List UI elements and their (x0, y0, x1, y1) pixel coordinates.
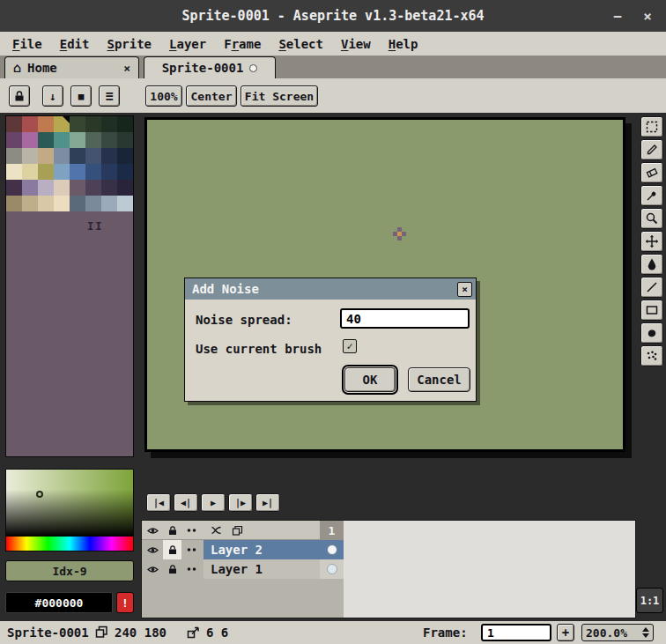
add-frame-button[interactable]: + (557, 624, 574, 641)
palette-swatch[interactable] (101, 148, 117, 164)
tool-eyedropper[interactable] (640, 185, 663, 206)
tool-rectangular-marquee[interactable] (640, 116, 663, 137)
skip-end-button[interactable]: ▶| (255, 493, 280, 512)
tool-move[interactable] (640, 231, 663, 252)
zoom-spinner-icon[interactable] (642, 627, 649, 638)
lock-button[interactable] (9, 85, 30, 107)
frame-number-header[interactable]: 1 (320, 521, 344, 540)
link-dots-header-icon[interactable] (182, 522, 201, 539)
palette-swatch[interactable] (38, 116, 54, 132)
palette-swatch[interactable] (6, 132, 22, 148)
lock-header-icon[interactable] (163, 522, 181, 539)
palette-swatch[interactable] (85, 148, 101, 164)
saturation-value-box[interactable] (6, 470, 133, 537)
palette-overflow[interactable] (6, 211, 133, 456)
layer2-name[interactable]: Layer 2 (204, 540, 320, 559)
palette-swatch[interactable] (38, 180, 54, 196)
layer1-link-dots-icon[interactable] (182, 559, 201, 579)
palette-swatch[interactable] (70, 196, 85, 211)
palette-swatch[interactable] (85, 196, 101, 211)
noise-spread-input[interactable] (340, 308, 470, 329)
onion-skin-icon[interactable] (207, 522, 226, 539)
palette-swatch[interactable] (6, 180, 22, 196)
layer-row-1[interactable]: Layer 1 (142, 559, 636, 579)
palette-swatch[interactable] (22, 132, 38, 148)
prev-frame-button[interactable]: ◀| (174, 493, 198, 512)
layer1-name[interactable]: Layer 1 (204, 559, 320, 579)
square-button[interactable]: ■ (70, 85, 92, 107)
palette-swatch[interactable] (22, 116, 38, 132)
hue-slider[interactable] (6, 537, 133, 551)
arrow-down-button[interactable]: ↓ (42, 85, 63, 107)
palette-swatch[interactable] (117, 132, 133, 148)
use-current-brush-checkbox[interactable]: ✓ (343, 339, 357, 353)
menu-frame[interactable]: Frame (215, 32, 270, 56)
palette-swatch[interactable] (70, 132, 85, 148)
center-button[interactable]: Center (186, 85, 237, 107)
tab-home-close-icon[interactable]: × (123, 62, 130, 75)
palette-swatch[interactable] (22, 180, 38, 196)
zoom-level-field[interactable]: 200.0% (581, 624, 654, 641)
palette-swatch[interactable] (101, 196, 117, 211)
tool-rectangle[interactable] (640, 300, 663, 321)
tool-zoom[interactable] (640, 208, 663, 229)
palette-swatch[interactable] (101, 164, 117, 180)
palette-swatch[interactable] (70, 180, 85, 196)
palette-swatch[interactable] (54, 148, 70, 164)
menu-layer[interactable]: Layer (160, 32, 215, 56)
menu-file[interactable]: File (4, 32, 51, 56)
minimize-button[interactable]: − (603, 0, 633, 32)
palette-swatch[interactable] (22, 164, 38, 180)
tab-home[interactable]: ⌂ Home × (4, 56, 139, 78)
color-warning-button[interactable]: ! (116, 592, 134, 613)
tab-sprite[interactable]: Sprite-0001 (144, 56, 276, 78)
palette-swatch[interactable] (54, 132, 70, 148)
zoom-100-button[interactable]: 100% (145, 85, 182, 107)
layer2-lock-icon[interactable] (163, 540, 181, 559)
palette-swatch[interactable] (117, 180, 133, 196)
palette-swatch[interactable] (54, 196, 70, 211)
palette-swatch[interactable] (117, 116, 133, 132)
skip-start-button[interactable]: |◀ (146, 493, 171, 512)
palette-swatch[interactable] (117, 196, 133, 211)
palette-swatch[interactable] (117, 148, 133, 164)
palette-index-button[interactable]: Idx-9 (5, 560, 134, 581)
next-frame-button[interactable]: |▶ (228, 493, 253, 512)
menu-help[interactable]: Help (380, 32, 427, 56)
layer2-cel[interactable] (320, 540, 344, 559)
palette-swatch[interactable] (117, 164, 133, 180)
layer2-eye-icon[interactable] (144, 540, 162, 559)
palette-swatch[interactable] (6, 196, 22, 211)
frame-input[interactable] (481, 624, 551, 641)
ok-button[interactable]: OK (344, 367, 396, 392)
tool-paint-bucket[interactable] (640, 254, 663, 275)
timeline-zoom-button[interactable]: 1:1 (636, 588, 663, 613)
tool-eraser[interactable] (640, 162, 663, 183)
menu-select[interactable]: Select (270, 32, 332, 56)
satval-marker[interactable] (36, 491, 43, 498)
palette-swatch[interactable] (54, 180, 70, 196)
palette-swatch[interactable] (70, 164, 85, 180)
layer2-link-dots-icon[interactable] (182, 540, 201, 559)
palette-swatch[interactable] (22, 196, 38, 211)
palette-swatch[interactable] (38, 196, 54, 211)
close-button[interactable]: × (633, 0, 662, 32)
palette-swatch[interactable] (85, 116, 101, 132)
palette-swatch[interactable] (54, 164, 70, 180)
layer-row-2[interactable]: Layer 2 (142, 540, 636, 559)
palette-swatch[interactable] (38, 148, 54, 164)
palette-swatch[interactable] (85, 164, 101, 180)
palette-swatch[interactable] (101, 180, 117, 196)
layer1-cel[interactable] (320, 559, 344, 579)
tool-contour[interactable] (640, 322, 663, 344)
tool-jumble[interactable] (640, 345, 663, 366)
play-button[interactable]: ▶ (201, 493, 226, 512)
menu-view[interactable]: View (332, 32, 380, 56)
palette-swatch[interactable] (6, 148, 22, 164)
layer1-eye-icon[interactable] (144, 559, 162, 579)
palette-swatch[interactable] (6, 164, 22, 180)
dialog-title-bar[interactable]: Add Noise (185, 278, 476, 300)
palette-swatch[interactable] (101, 132, 117, 148)
menu-sprite[interactable]: Sprite (98, 32, 160, 56)
palette-swatch[interactable] (70, 148, 85, 164)
